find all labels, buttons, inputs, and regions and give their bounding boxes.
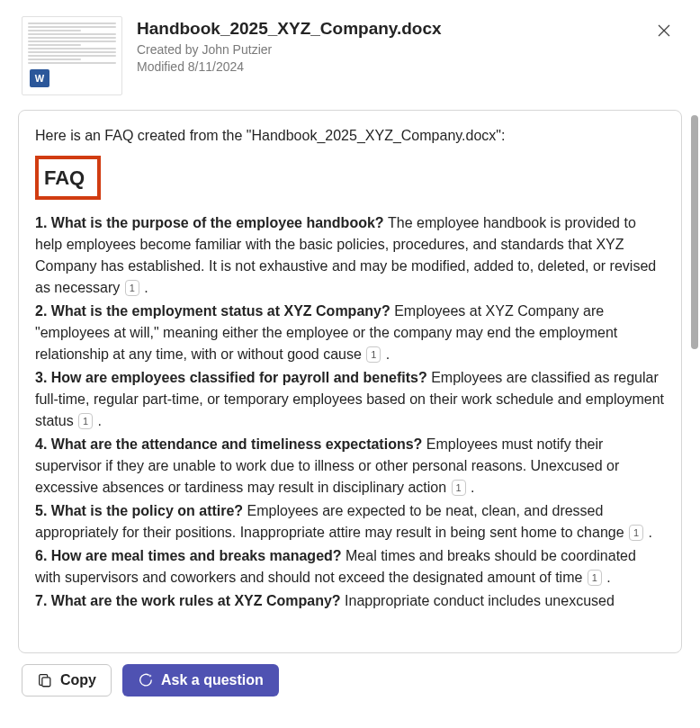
response-intro: Here is an FAQ created from the "Handboo… xyxy=(35,125,665,147)
citation-badge[interactable]: 1 xyxy=(366,346,381,363)
copy-icon xyxy=(37,672,53,688)
faq-question: 4. What are the attendance and timelines… xyxy=(35,436,426,452)
document-thumbnail[interactable] xyxy=(22,16,122,95)
word-icon xyxy=(30,69,49,87)
faq-question: 7. What are the work rules at XYZ Compan… xyxy=(35,593,345,608)
faq-question: 6. How are meal times and breaks managed… xyxy=(35,548,346,563)
copy-button[interactable]: Copy xyxy=(22,664,112,697)
ask-question-button[interactable]: Ask a question xyxy=(122,664,279,697)
document-header: Handbook_2025_XYZ_Company.docx Created b… xyxy=(0,0,700,110)
faq-heading-highlight: FAQ xyxy=(35,156,101,200)
footer-actions: Copy Ask a question xyxy=(0,653,700,697)
document-title: Handbook_2025_XYZ_Company.docx xyxy=(137,18,635,40)
faq-question: 1. What is the purpose of the employee h… xyxy=(35,215,388,230)
citation-badge[interactable]: 1 xyxy=(125,280,139,296)
faq-item: 1. What is the purpose of the employee h… xyxy=(35,212,665,299)
faq-list: 1. What is the purpose of the employee h… xyxy=(35,212,665,612)
svg-rect-2 xyxy=(42,678,50,687)
close-button[interactable] xyxy=(650,16,678,45)
faq-item: 7. What are the work rules at XYZ Compan… xyxy=(35,590,665,612)
faq-item: 3. How are employees classified for payr… xyxy=(35,367,665,432)
faq-item: 2. What is the employment status at XYZ … xyxy=(35,301,665,365)
faq-question: 3. How are employees classified for payr… xyxy=(35,370,431,385)
copy-label: Copy xyxy=(60,672,96,688)
faq-question: 2. What is the employment status at XYZ … xyxy=(35,303,394,319)
close-icon xyxy=(657,23,671,38)
faq-item: 5. What is the policy on attire? Employe… xyxy=(35,500,665,544)
faq-item: 4. What are the attendance and timelines… xyxy=(35,434,665,499)
ask-label: Ask a question xyxy=(161,672,264,688)
chat-sparkle-icon xyxy=(138,672,154,688)
faq-heading: FAQ xyxy=(44,163,85,193)
response-card: Here is an FAQ created from the "Handboo… xyxy=(18,110,682,653)
document-created-by: Created by John Putzier xyxy=(137,41,635,58)
citation-badge[interactable]: 1 xyxy=(78,413,93,429)
response-body: Here is an FAQ created from the "Handboo… xyxy=(19,111,681,628)
faq-item: 6. How are meal times and breaks managed… xyxy=(35,545,665,589)
document-meta: Handbook_2025_XYZ_Company.docx Created b… xyxy=(137,16,635,76)
document-modified: Modified 8/11/2024 xyxy=(137,58,635,76)
faq-answer: Inappropriate conduct includes unexcused xyxy=(345,593,615,608)
citation-badge[interactable]: 1 xyxy=(629,525,643,541)
faq-question: 5. What is the policy on attire? xyxy=(35,503,247,518)
vertical-scrollbar[interactable] xyxy=(691,115,698,349)
citation-badge[interactable]: 1 xyxy=(588,570,602,586)
citation-badge[interactable]: 1 xyxy=(452,480,466,496)
